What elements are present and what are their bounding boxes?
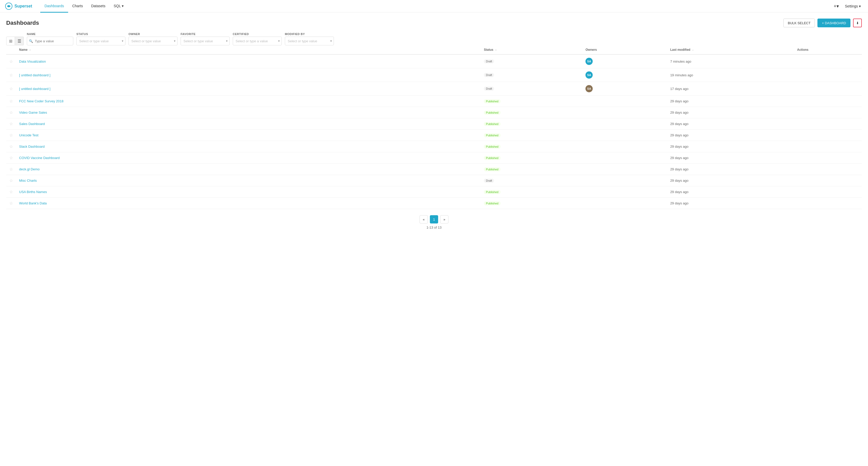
dashboard-link[interactable]: Misc Charts [19,178,37,182]
nav-charts[interactable]: Charts [68,0,87,13]
dashboard-name-cell: Sales Dashboard [16,118,481,130]
star-button[interactable]: ☆ [9,122,13,126]
dashboard-link[interactable]: USA Births Names [19,190,47,194]
dashboard-name-cell: [ untitled dashboard ] [16,82,481,96]
filters-section: NAME 🔍 STATUS Select or type value OWNER [27,32,862,45]
filter-status-select[interactable]: Select or type value [76,37,125,45]
table-row: ☆ Video Game Sales Published 29 days ago [6,107,862,118]
app-logo[interactable]: Superset [5,3,32,10]
actions-cell [794,198,862,209]
page-content: Dashboards BULK SELECT + DASHBOARD ⬇ ⊞ ☰… [0,12,868,236]
actions-cell [794,96,862,107]
add-dashboard-button[interactable]: + DASHBOARD [817,19,850,27]
import-button[interactable]: ⬇ [853,19,862,27]
star-cell: ☆ [6,198,16,209]
status-badge: Published [484,122,500,126]
star-button[interactable]: ☆ [9,156,13,160]
dashboard-link[interactable]: Video Game Sales [19,110,47,114]
status-badge: Published [484,201,500,205]
last-modified-value: 29 days ago [670,110,688,114]
star-cell: ☆ [6,55,16,68]
status-cell: Published [481,96,582,107]
nav-dashboards[interactable]: Dashboards [40,0,68,13]
last-modified-cell: 29 days ago [667,118,794,130]
pagination-next[interactable]: » [440,215,448,224]
owners-cell [582,186,667,198]
nav-sql[interactable]: SQL ▾ [110,0,127,13]
nav-right: +▾ Settings ▾ [832,2,863,10]
dashboard-name-cell: Video Game Sales [16,107,481,118]
status-cell: Published [481,118,582,130]
dashboard-link[interactable]: FCC New Coder Survey 2018 [19,99,63,103]
star-cell: ☆ [6,107,16,118]
dashboard-link[interactable]: [ untitled dashboard ] [19,87,50,91]
filter-owner-select[interactable]: Select or type value [128,37,178,45]
nav-plus-button[interactable]: +▾ [832,2,841,10]
table-header-row: Name ↕ Status ↕ Owners Last modified ↓ [6,45,862,55]
dashboard-link[interactable]: [ untitled dashboard ] [19,73,50,77]
dashboard-link[interactable]: COVID Vaccine Dashboard [19,156,60,160]
actions-cell [794,186,862,198]
star-button[interactable]: ☆ [9,133,13,138]
star-cell: ☆ [6,186,16,198]
star-button[interactable]: ☆ [9,167,13,172]
last-modified-cell: 29 days ago [667,164,794,175]
grid-view-button[interactable]: ⊞ [6,37,15,45]
filter-modified-by-select[interactable]: Select or type value [285,37,334,45]
col-header-status[interactable]: Status ↕ [481,45,582,55]
owners-cell [582,175,667,186]
star-button[interactable]: ☆ [9,190,13,194]
app-name: Superset [14,4,32,8]
star-button[interactable]: ☆ [9,73,13,77]
table-row: ☆ Unicode Test Published 29 days ago [6,130,862,141]
col-header-last-modified[interactable]: Last modified ↓ [667,45,794,55]
star-cell: ☆ [6,130,16,141]
dashboard-name-cell: World Bank's Data [16,198,481,209]
owners-cell [582,96,667,107]
dashboard-name-cell: COVID Vaccine Dashboard [16,152,481,164]
star-button[interactable]: ☆ [9,144,13,149]
dashboard-link[interactable]: Unicode Test [19,133,38,137]
last-modified-cell: 17 days ago [667,82,794,96]
status-cell: Published [481,152,582,164]
filter-certified-select[interactable]: Select or type a value [233,37,282,45]
dashboard-link[interactable]: deck.gl Demo [19,167,39,171]
actions-cell [794,68,862,82]
status-badge: Draft [484,178,494,183]
actions-cell [794,82,862,96]
dashboard-link[interactable]: Data Visualization [19,60,46,63]
table-row: ☆ USA Births Names Published 29 days ago [6,186,862,198]
pagination-prev[interactable]: « [420,215,428,224]
actions-cell [794,175,862,186]
col-header-name[interactable]: Name ↕ [16,45,481,55]
nav-datasets[interactable]: Datasets [87,0,110,13]
star-button[interactable]: ☆ [9,178,13,183]
list-icon: ☰ [18,39,21,43]
star-button[interactable]: ☆ [9,99,13,104]
star-button[interactable]: ☆ [9,201,13,206]
star-button[interactable]: ☆ [9,110,13,115]
owners-cell [582,164,667,175]
dashboard-link[interactable]: Sales Dashboard [19,122,45,126]
last-modified-value: 29 days ago [670,178,688,182]
pagination: « 1 » [6,215,862,224]
filter-name-input[interactable] [27,37,73,45]
dashboard-link[interactable]: World Bank's Data [19,201,47,205]
status-cell: Draft [481,55,582,68]
pagination-page-1[interactable]: 1 [430,215,438,224]
filter-favorite-select[interactable]: Select or type value [181,37,230,45]
bulk-select-button[interactable]: BULK SELECT [783,19,815,27]
last-modified-value: 29 days ago [670,156,688,160]
star-button[interactable]: ☆ [9,86,13,91]
last-modified-cell: 19 minutes ago [667,68,794,82]
star-cell: ☆ [6,175,16,186]
page-title: Dashboards [6,20,39,26]
nav-settings-button[interactable]: Settings ▾ [843,3,863,9]
filter-modified-by-select-wrap: Select or type value [285,37,334,45]
dashboard-link[interactable]: Slack Dashboard [19,144,44,148]
status-cell: Published [481,130,582,141]
list-view-button[interactable]: ☰ [15,37,24,45]
star-button[interactable]: ☆ [9,59,13,64]
table-row: ☆ Sales Dashboard Published 29 days ago [6,118,862,130]
filter-certified-label: CERTIFIED [233,32,282,36]
